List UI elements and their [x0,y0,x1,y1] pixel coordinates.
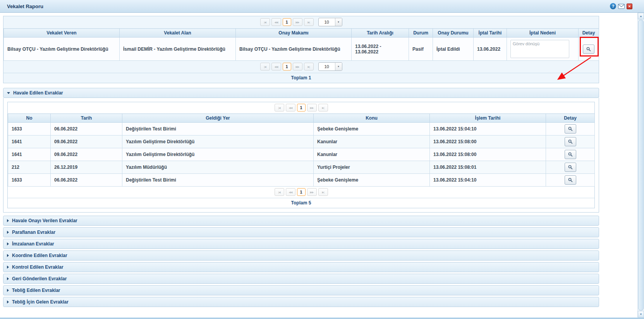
accordion-header-paraflanan[interactable]: Paraflanan Evraklar [3,227,599,237]
cell-no: 212 [8,161,51,174]
paginator-page-1[interactable]: 1 [297,104,306,111]
cell-konu: Yurtiçi Projeler [314,161,430,174]
bottom-edge-strip [0,317,644,319]
scroll-up-icon[interactable]: ▲ [638,13,644,19]
cell-onay-durumu: İptal Edildi [433,38,474,61]
havale-table-row: 1641 09.06.2022 Yazılım Geliştirme Direk… [8,148,595,161]
accordion-title: Koordine Edilen Evraklar [12,253,67,258]
next-page-icon: ▶▶ [296,65,299,68]
detail-button[interactable] [583,45,594,54]
page-size-select[interactable]: 10 ▼ [318,62,342,71]
magnifier-icon [568,178,573,182]
paginator-prev-button[interactable]: ◀◀ [271,18,281,26]
detail-button[interactable] [565,137,576,146]
detail-button[interactable] [565,175,576,185]
detail-button[interactable] [565,150,576,159]
cell-geldigi-yer: Değiştirilen Test Birimi [122,123,314,135]
last-page-icon: ▶| [322,106,324,109]
havale-total-label: Toplam 5 [8,198,594,208]
cell-detay [546,161,595,174]
iptal-nedeni-textarea[interactable]: Görev dönüşü [510,40,569,58]
paginator-next-button[interactable]: ▶▶ [307,188,317,196]
havale-header-row: No Tarih Geldiği Yer Konu İşlem Tarihi D… [8,114,595,123]
page-size-select[interactable]: 10 ▼ [318,18,342,26]
paginator-prev-button[interactable]: ◀◀ [286,188,295,196]
chevron-right-icon [7,242,9,245]
first-page-icon: |◀ [264,65,266,68]
prev-page-icon: ◀◀ [275,65,278,68]
accordion-header-teblig-icin-gelen[interactable]: Tebliğ İçin Gelen Evraklar [3,297,599,307]
chevron-right-icon [7,231,9,234]
scrollbar-thumb[interactable] [638,20,644,310]
accordion-header-havale-edilen[interactable]: Havale Edilen Evraklar [3,88,599,98]
scroll-down-icon[interactable]: ▼ [638,311,644,317]
paginator-page-1[interactable]: 1 [283,63,291,70]
cell-tarih: 06.06.2022 [51,174,122,187]
next-page-icon: ▶▶ [310,106,314,109]
paginator-last-button[interactable]: ▶| [318,188,328,196]
cell-konu: Şebeke Genişleme [314,174,430,187]
paginator-prev-button[interactable]: ◀◀ [271,63,281,70]
col-header-tarih-araligi: Tarih Aralığı [352,29,409,38]
accordion-title: İmzalanan Evraklar [12,241,54,247]
accordion-header-kontrol-edilen[interactable]: Kontrol Edilen Evraklar [3,262,599,272]
paginator-next-button[interactable]: ▶▶ [307,104,317,111]
vekalet-table: Vekalet Veren Vekalet Alan Onay Makamı T… [3,28,599,61]
paginator-first-button[interactable]: |◀ [275,188,284,196]
col-header-iptal-nedeni: İptal Nedeni [507,29,579,38]
paginator-last-button[interactable]: ▶| [304,63,314,70]
chevron-right-icon [7,277,9,280]
cell-islem-tarihi: 13.06.2022 15:08:00 [430,135,546,148]
havale-table-row: 212 26.12.2019 Yazılım Müdürlüğü Yurtiçi… [8,161,595,174]
close-icon[interactable]: × [627,3,632,9]
paginator-first-button[interactable]: |◀ [260,63,270,70]
cell-islem-tarihi: 13.06.2022 15:08:00 [430,148,546,161]
cell-tarih: 09.06.2022 [51,148,122,161]
chevron-down-icon: ▼ [335,63,342,70]
accordion-header-geri-gonderilen[interactable]: Geri Gönderilen Evraklar [3,274,599,284]
cell-konu: Kanunlar [314,148,430,161]
paginator-last-button[interactable]: ▶| [304,18,314,26]
chevron-right-icon [7,266,9,269]
prev-page-icon: ◀◀ [275,21,278,24]
cell-iptal-tarihi: 13.06.2022 [474,38,507,61]
havale-table-row: 1641 09.06.2022 Yazılım Geliştirme Direk… [8,135,595,148]
paginator-first-button[interactable]: |◀ [275,104,284,111]
next-page-icon: ▶▶ [310,191,314,194]
paginator-first-button[interactable]: |◀ [260,18,270,26]
cell-detay [579,38,599,61]
cell-geldigi-yer: Yazılım Geliştirme Direktörlüğü [122,148,314,161]
accordion-title: Geri Gönderilen Evraklar [12,276,67,281]
detail-button[interactable] [565,124,576,134]
chevron-right-icon [7,219,9,222]
vekalet-report-panel: |◀ ◀◀ 1 ▶▶ ▶| 10 ▼ Vekalet Veren Vekalet… [3,16,599,83]
first-page-icon: |◀ [264,21,266,24]
detail-button[interactable] [565,163,576,172]
magnifier-icon [568,152,573,157]
titlebar: Vekalet Raporu ? × [0,0,644,13]
col-header-tarih: Tarih [51,114,122,123]
accordion-header-imzalanan[interactable]: İmzalanan Evraklar [3,239,599,249]
cell-detay [546,174,595,187]
paginator-page-1[interactable]: 1 [297,188,306,196]
paginator-last-button[interactable]: ▶| [318,104,328,111]
cell-detay [546,148,595,161]
mail-icon[interactable] [618,4,625,9]
paginator-prev-button[interactable]: ◀◀ [286,104,295,111]
prev-page-icon: ◀◀ [289,106,292,109]
havale-table-row: 1633 06.06.2022 Değiştirilen Test Birimi… [8,174,595,187]
cell-detay [546,123,595,135]
cell-konu: Şebeke Genişleme [314,123,430,135]
accordion-header-teblig-edilen[interactable]: Tebliğ Edilen Evraklar [3,285,599,295]
paginator-next-button[interactable]: ▶▶ [293,63,302,70]
accordion-header-koordine-edilen[interactable]: Koordine Edilen Evraklar [3,250,599,261]
havale-edilen-body: |◀ ◀◀ 1 ▶▶ ▶| No Tarih Geld [3,98,599,213]
accordion-header-havale-onayi-verilen[interactable]: Havale Onayı Verilen Evraklar [3,216,599,226]
help-icon[interactable]: ? [610,3,616,9]
cell-tarih: 26.12.2019 [51,161,122,174]
magnifier-icon [568,139,573,144]
paginator-next-button[interactable]: ▶▶ [293,18,302,26]
vertical-scrollbar[interactable]: ▲ ▼ [637,13,644,317]
paginator-page-1[interactable]: 1 [283,18,291,26]
cell-tarih: 09.06.2022 [51,135,122,148]
